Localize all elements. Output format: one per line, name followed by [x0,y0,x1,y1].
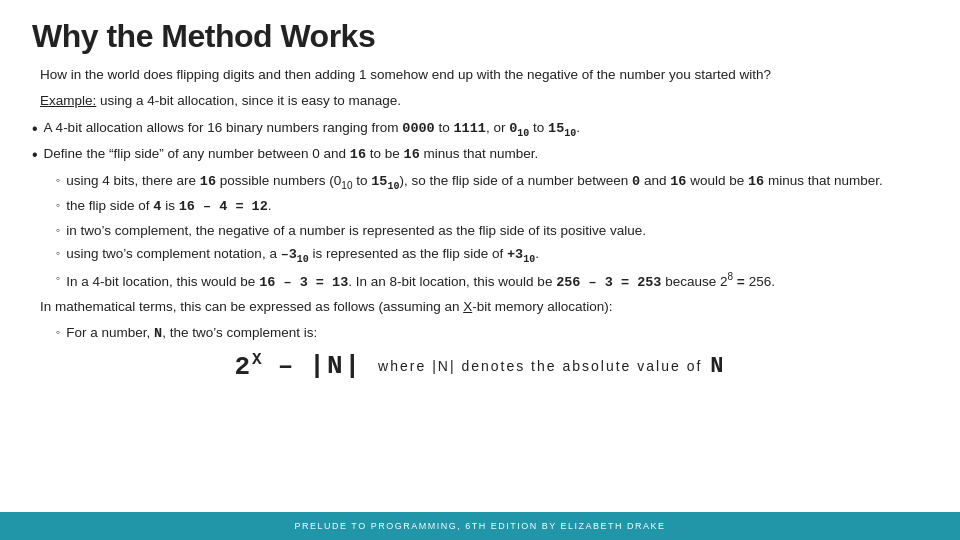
formula-where: where |N| denotes the absolute value of [378,358,702,374]
bullet-dot-1: • [32,118,38,140]
sub-bullet-dot-4: ◦ [56,244,60,263]
formula-n: N [710,354,725,379]
sub-bullet-text-2: the flip side of 4 is 16 – 4 = 12. [66,196,271,217]
sub-bullet-text-1: using 4 bits, there are 16 possible numb… [66,171,883,194]
sub-bullet-5: ◦ In a 4-bit location, this would be 16 … [56,269,928,293]
formula-line: 2X – |N| where |N| denotes the absolute … [234,351,725,382]
sub-bullet-dot-2: ◦ [56,196,60,215]
example-line: Example: using a 4-bit allocation, since… [40,91,928,111]
sub-bullet-3: ◦ in two’s complement, the negative of a… [56,221,928,241]
sub-bullet-dot-1: ◦ [56,171,60,190]
number-label-text: For a number, N, the two’s complement is… [66,323,317,344]
bullet-item-2: • Define the “flip side” of any number b… [32,144,928,166]
formula-section: 2X – |N| where |N| denotes the absolute … [32,351,928,382]
bullet-item-1: • A 4-bit allocation allows for 16 binar… [32,118,928,141]
page-title: Why the Method Works [32,18,928,55]
sub-bullet-dot-5: ◦ [56,269,60,288]
example-label: Example: [40,93,96,108]
formula-abs: |N| [309,351,362,381]
bullet-text-1: A 4-bit allocation allows for 16 binary … [44,118,580,141]
sub-bullet-2: ◦ the flip side of 4 is 16 – 4 = 12. [56,196,928,217]
example-text: using a 4-bit allocation, since it is ea… [96,93,401,108]
intro-paragraph: How in the world does flipping digits an… [40,65,928,85]
x-underline: X [463,299,472,314]
sub-bullet-1: ◦ using 4 bits, there are 16 possible nu… [56,171,928,194]
bullet-dot-2: • [32,144,38,166]
main-content: Why the Method Works How in the world do… [0,0,960,395]
footer-bar: PRELUDE TO PROGRAMMING, 6TH EDITION BY E… [0,512,960,540]
footer-text: PRELUDE TO PROGRAMMING, 6TH EDITION BY E… [294,521,665,531]
formula-minus: – [278,351,296,381]
sub-bullet-dot-3: ◦ [56,221,60,240]
formula-base: 2X [234,351,263,382]
bullet-text-2: Define the “flip side” of any number bet… [44,144,539,165]
sub-bullet-4: ◦ using two’s complement notation, a –31… [56,244,928,267]
intro-line1: How in the world does flipping digits an… [40,67,771,82]
sub-bullet-text-3: in two’s complement, the negative of a n… [66,221,646,241]
sub-bullet-text-4: using two’s complement notation, a –310 … [66,244,539,267]
sub-bullet-text-5: In a 4-bit location, this would be 16 – … [66,269,775,293]
sub-bullet-dot-6: ◦ [56,323,60,342]
math-intro: In mathematical terms, this can be expre… [40,297,928,317]
number-label-line: ◦ For a number, N, the two’s complement … [56,323,928,344]
